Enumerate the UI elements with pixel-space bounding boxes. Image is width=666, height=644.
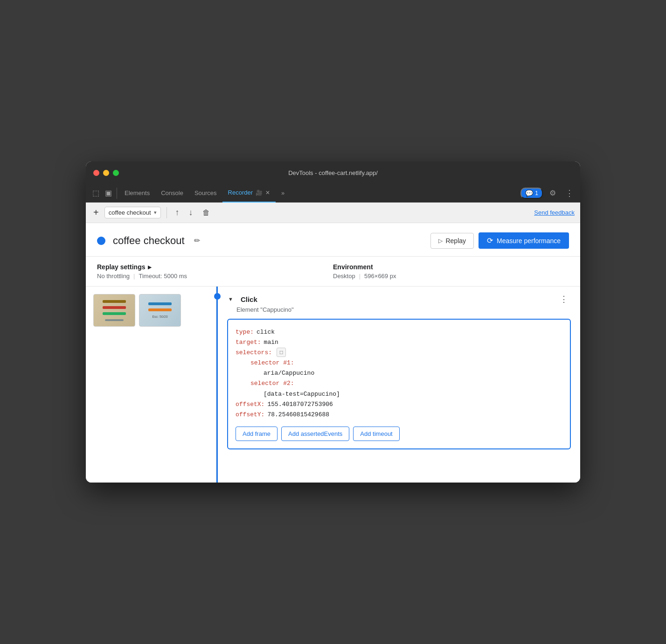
add-asserted-events-button[interactable]: Add assertedEvents	[281, 427, 349, 441]
code-selector1-val-line: aria/Cappucino	[236, 368, 562, 378]
step-type-label: Click	[241, 295, 557, 303]
recording-title: coffee checkout	[113, 235, 185, 247]
step-detail: ▼ Click ⋮ Element "Cappucino" type: clic…	[218, 287, 580, 483]
recording-selector[interactable]: coffee checkout ▾	[104, 207, 161, 218]
settings-row: Replay settings ▶ No throttling | Timeou…	[86, 257, 580, 287]
expand-icon: ▶	[148, 265, 152, 270]
tab-elements[interactable]: Elements	[119, 184, 155, 203]
replay-settings-label[interactable]: Replay settings ▶	[97, 263, 333, 271]
more-options-icon-btn[interactable]: ⋮	[562, 186, 576, 200]
settings-right: Environment Desktop | 596×669 px	[333, 263, 569, 280]
code-selector2-label-line: selector #2:	[236, 378, 562, 389]
tab-console[interactable]: Console	[155, 184, 189, 203]
add-frame-button[interactable]: Add frame	[236, 427, 278, 441]
close-button[interactable]	[93, 170, 99, 176]
trash-icon: 🗑	[202, 209, 210, 217]
chevron-down-icon: ▾	[154, 210, 157, 216]
recording-status-dot	[97, 237, 105, 245]
add-recording-button[interactable]: +	[91, 206, 101, 219]
step-panel: ▼ Click ⋮ Element "Cappucino" type: clic…	[216, 287, 580, 483]
code-selectors-line: selectors: ⬚	[236, 348, 562, 358]
timeline-dot	[214, 293, 221, 300]
maximize-button[interactable]	[113, 170, 119, 176]
minimize-button[interactable]	[103, 170, 109, 176]
devtools-tabs-bar: ⬚ ▣ Elements Console Sources Recorder 🎥 …	[86, 184, 580, 203]
selector-picker-icon[interactable]: ⬚	[277, 348, 286, 357]
feedback-chat-btn[interactable]: 💬 1	[520, 188, 543, 199]
device-icon-btn[interactable]: ▣	[102, 187, 115, 199]
thumbnail-1[interactable]	[93, 294, 135, 327]
add-timeout-button[interactable]: Add timeout	[353, 427, 399, 441]
measure-performance-button[interactable]: ⟳ Measure performance	[479, 232, 569, 249]
thumbnails-panel: Esc: 50/20	[86, 287, 216, 483]
action-buttons: Add frame Add assertedEvents Add timeout	[236, 427, 562, 441]
header-actions: ▷ Replay ⟳ Measure performance	[430, 232, 569, 249]
replay-button[interactable]: ▷ Replay	[430, 233, 474, 249]
code-offsetx-line: offsetX: 155.40187072753906	[236, 399, 562, 410]
titlebar: DevTools - coffee-cart.netlify.app/	[86, 161, 580, 184]
settings-left: Replay settings ▶ No throttling | Timeou…	[97, 263, 333, 280]
toolbar-separator	[166, 207, 167, 218]
window-title: DevTools - coffee-cart.netlify.app/	[288, 169, 378, 176]
devtools-right-actions: 💬 1 ⚙ ⋮	[520, 186, 576, 200]
delete-icon-btn[interactable]: 🗑	[200, 207, 213, 219]
recorder-toolbar: + coffee checkout ▾ ↑ ↓ 🗑 Send feedback	[86, 203, 580, 223]
code-type-line: type: click	[236, 327, 562, 337]
download-icon: ↓	[189, 208, 193, 217]
cursor-icon-btn[interactable]: ⬚	[90, 187, 102, 199]
main-content: Esc: 50/20 ▼ Click ⋮ Element "Cappucin	[86, 287, 580, 483]
tab-more[interactable]: »	[276, 184, 290, 203]
settings-icon-btn[interactable]: ⚙	[547, 187, 559, 199]
code-offsety-line: offsetY: 78.25460815429688	[236, 410, 562, 420]
thumbnail-group: Esc: 50/20	[93, 294, 208, 327]
code-selector2-val-line: [data-test=Cappucino]	[236, 389, 562, 399]
step-expand-button[interactable]: ▼	[227, 295, 238, 303]
environment-values: Desktop | 596×669 px	[333, 273, 396, 280]
devtools-window: DevTools - coffee-cart.netlify.app/ ⬚ ▣ …	[86, 161, 580, 483]
play-icon: ▷	[438, 238, 443, 244]
step-header: ▼ Click ⋮	[227, 294, 571, 304]
chevron-icon: ▼	[228, 296, 233, 302]
timeline-line	[216, 287, 218, 483]
tab-sources[interactable]: Sources	[189, 184, 222, 203]
tab-close-icon[interactable]: ✕	[265, 189, 270, 196]
step-menu-button[interactable]: ⋮	[557, 294, 571, 304]
environment-label: Environment	[333, 263, 373, 271]
settings-values: No throttling | Timeout: 5000 ms	[97, 273, 333, 280]
tab-recorder[interactable]: Recorder 🎥 ✕	[222, 184, 276, 203]
pencil-icon: ✏	[194, 237, 200, 245]
code-target-line: target: main	[236, 337, 562, 348]
thumbnail-area: Esc: 50/20	[86, 294, 216, 327]
step-element-label: Element "Cappucino"	[227, 306, 571, 313]
download-icon-btn[interactable]: ↓	[186, 206, 196, 219]
performance-icon: ⟳	[487, 236, 493, 245]
edit-title-button[interactable]: ✏	[192, 234, 202, 247]
upload-icon-btn[interactable]: ↑	[173, 206, 182, 219]
upload-icon: ↑	[175, 208, 180, 217]
recording-header: coffee checkout ✏ ▷ Replay ⟳ Measure per…	[86, 223, 580, 257]
traffic-lights	[93, 170, 119, 176]
step-code-box: type: click target: main selectors: ⬚ se…	[227, 319, 571, 449]
thumbnail-2[interactable]: Esc: 50/20	[139, 294, 181, 327]
send-feedback-button[interactable]: Send feedback	[534, 209, 575, 216]
code-selector1-label-line: selector #1:	[236, 358, 562, 368]
